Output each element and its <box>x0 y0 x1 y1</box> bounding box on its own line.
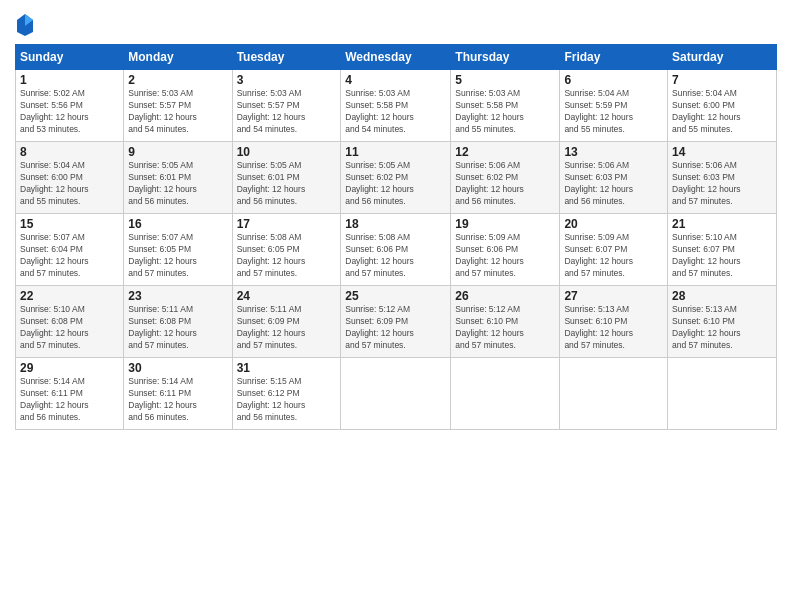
day-info: Sunrise: 5:08 AM Sunset: 6:06 PM Dayligh… <box>345 232 446 280</box>
calendar-cell: 4Sunrise: 5:03 AM Sunset: 5:58 PM Daylig… <box>341 70 451 142</box>
day-info: Sunrise: 5:05 AM Sunset: 6:01 PM Dayligh… <box>128 160 227 208</box>
day-info: Sunrise: 5:12 AM Sunset: 6:10 PM Dayligh… <box>455 304 555 352</box>
day-number: 2 <box>128 73 227 87</box>
calendar-cell: 1Sunrise: 5:02 AM Sunset: 5:56 PM Daylig… <box>16 70 124 142</box>
day-info: Sunrise: 5:03 AM Sunset: 5:58 PM Dayligh… <box>455 88 555 136</box>
day-info: Sunrise: 5:04 AM Sunset: 6:00 PM Dayligh… <box>672 88 772 136</box>
calendar-week-1: 1Sunrise: 5:02 AM Sunset: 5:56 PM Daylig… <box>16 70 777 142</box>
day-number: 11 <box>345 145 446 159</box>
day-number: 21 <box>672 217 772 231</box>
day-info: Sunrise: 5:10 AM Sunset: 6:07 PM Dayligh… <box>672 232 772 280</box>
day-info: Sunrise: 5:03 AM Sunset: 5:57 PM Dayligh… <box>128 88 227 136</box>
day-number: 22 <box>20 289 119 303</box>
calendar-cell: 27Sunrise: 5:13 AM Sunset: 6:10 PM Dayli… <box>560 286 668 358</box>
day-info: Sunrise: 5:02 AM Sunset: 5:56 PM Dayligh… <box>20 88 119 136</box>
calendar-cell: 31Sunrise: 5:15 AM Sunset: 6:12 PM Dayli… <box>232 358 341 430</box>
calendar-cell: 19Sunrise: 5:09 AM Sunset: 6:06 PM Dayli… <box>451 214 560 286</box>
day-info: Sunrise: 5:13 AM Sunset: 6:10 PM Dayligh… <box>564 304 663 352</box>
calendar-cell: 23Sunrise: 5:11 AM Sunset: 6:08 PM Dayli… <box>124 286 232 358</box>
calendar-week-2: 8Sunrise: 5:04 AM Sunset: 6:00 PM Daylig… <box>16 142 777 214</box>
day-info: Sunrise: 5:07 AM Sunset: 6:04 PM Dayligh… <box>20 232 119 280</box>
calendar-cell: 7Sunrise: 5:04 AM Sunset: 6:00 PM Daylig… <box>668 70 777 142</box>
day-info: Sunrise: 5:05 AM Sunset: 6:02 PM Dayligh… <box>345 160 446 208</box>
day-number: 4 <box>345 73 446 87</box>
day-info: Sunrise: 5:09 AM Sunset: 6:07 PM Dayligh… <box>564 232 663 280</box>
calendar-header-row: SundayMondayTuesdayWednesdayThursdayFrid… <box>16 45 777 70</box>
day-info: Sunrise: 5:13 AM Sunset: 6:10 PM Dayligh… <box>672 304 772 352</box>
calendar-cell: 17Sunrise: 5:08 AM Sunset: 6:05 PM Dayli… <box>232 214 341 286</box>
calendar-cell: 26Sunrise: 5:12 AM Sunset: 6:10 PM Dayli… <box>451 286 560 358</box>
calendar-week-5: 29Sunrise: 5:14 AM Sunset: 6:11 PM Dayli… <box>16 358 777 430</box>
day-number: 24 <box>237 289 337 303</box>
day-info: Sunrise: 5:07 AM Sunset: 6:05 PM Dayligh… <box>128 232 227 280</box>
page: SundayMondayTuesdayWednesdayThursdayFrid… <box>0 0 792 612</box>
day-number: 9 <box>128 145 227 159</box>
day-number: 3 <box>237 73 337 87</box>
calendar: SundayMondayTuesdayWednesdayThursdayFrid… <box>15 44 777 430</box>
calendar-header-friday: Friday <box>560 45 668 70</box>
calendar-cell: 5Sunrise: 5:03 AM Sunset: 5:58 PM Daylig… <box>451 70 560 142</box>
day-number: 20 <box>564 217 663 231</box>
calendar-cell: 21Sunrise: 5:10 AM Sunset: 6:07 PM Dayli… <box>668 214 777 286</box>
day-number: 5 <box>455 73 555 87</box>
day-number: 25 <box>345 289 446 303</box>
day-number: 31 <box>237 361 337 375</box>
day-number: 12 <box>455 145 555 159</box>
day-number: 15 <box>20 217 119 231</box>
calendar-cell <box>451 358 560 430</box>
day-number: 17 <box>237 217 337 231</box>
day-info: Sunrise: 5:10 AM Sunset: 6:08 PM Dayligh… <box>20 304 119 352</box>
calendar-cell: 14Sunrise: 5:06 AM Sunset: 6:03 PM Dayli… <box>668 142 777 214</box>
day-info: Sunrise: 5:14 AM Sunset: 6:11 PM Dayligh… <box>128 376 227 424</box>
day-info: Sunrise: 5:06 AM Sunset: 6:03 PM Dayligh… <box>564 160 663 208</box>
day-number: 27 <box>564 289 663 303</box>
calendar-header-sunday: Sunday <box>16 45 124 70</box>
day-number: 18 <box>345 217 446 231</box>
day-info: Sunrise: 5:06 AM Sunset: 6:02 PM Dayligh… <box>455 160 555 208</box>
calendar-cell: 9Sunrise: 5:05 AM Sunset: 6:01 PM Daylig… <box>124 142 232 214</box>
day-info: Sunrise: 5:06 AM Sunset: 6:03 PM Dayligh… <box>672 160 772 208</box>
calendar-cell: 20Sunrise: 5:09 AM Sunset: 6:07 PM Dayli… <box>560 214 668 286</box>
day-info: Sunrise: 5:12 AM Sunset: 6:09 PM Dayligh… <box>345 304 446 352</box>
calendar-cell: 12Sunrise: 5:06 AM Sunset: 6:02 PM Dayli… <box>451 142 560 214</box>
calendar-cell: 11Sunrise: 5:05 AM Sunset: 6:02 PM Dayli… <box>341 142 451 214</box>
calendar-cell: 29Sunrise: 5:14 AM Sunset: 6:11 PM Dayli… <box>16 358 124 430</box>
day-number: 14 <box>672 145 772 159</box>
calendar-cell: 18Sunrise: 5:08 AM Sunset: 6:06 PM Dayli… <box>341 214 451 286</box>
calendar-week-4: 22Sunrise: 5:10 AM Sunset: 6:08 PM Dayli… <box>16 286 777 358</box>
day-info: Sunrise: 5:05 AM Sunset: 6:01 PM Dayligh… <box>237 160 337 208</box>
day-number: 6 <box>564 73 663 87</box>
day-info: Sunrise: 5:04 AM Sunset: 5:59 PM Dayligh… <box>564 88 663 136</box>
day-info: Sunrise: 5:03 AM Sunset: 5:57 PM Dayligh… <box>237 88 337 136</box>
day-info: Sunrise: 5:11 AM Sunset: 6:08 PM Dayligh… <box>128 304 227 352</box>
calendar-cell: 13Sunrise: 5:06 AM Sunset: 6:03 PM Dayli… <box>560 142 668 214</box>
day-info: Sunrise: 5:14 AM Sunset: 6:11 PM Dayligh… <box>20 376 119 424</box>
header <box>15 10 777 36</box>
calendar-cell: 16Sunrise: 5:07 AM Sunset: 6:05 PM Dayli… <box>124 214 232 286</box>
calendar-cell <box>560 358 668 430</box>
day-number: 13 <box>564 145 663 159</box>
day-info: Sunrise: 5:09 AM Sunset: 6:06 PM Dayligh… <box>455 232 555 280</box>
day-number: 10 <box>237 145 337 159</box>
calendar-cell <box>668 358 777 430</box>
day-number: 7 <box>672 73 772 87</box>
calendar-cell: 6Sunrise: 5:04 AM Sunset: 5:59 PM Daylig… <box>560 70 668 142</box>
day-info: Sunrise: 5:03 AM Sunset: 5:58 PM Dayligh… <box>345 88 446 136</box>
calendar-cell: 2Sunrise: 5:03 AM Sunset: 5:57 PM Daylig… <box>124 70 232 142</box>
calendar-cell: 24Sunrise: 5:11 AM Sunset: 6:09 PM Dayli… <box>232 286 341 358</box>
calendar-cell: 15Sunrise: 5:07 AM Sunset: 6:04 PM Dayli… <box>16 214 124 286</box>
day-number: 16 <box>128 217 227 231</box>
calendar-header-tuesday: Tuesday <box>232 45 341 70</box>
calendar-cell: 3Sunrise: 5:03 AM Sunset: 5:57 PM Daylig… <box>232 70 341 142</box>
calendar-cell: 28Sunrise: 5:13 AM Sunset: 6:10 PM Dayli… <box>668 286 777 358</box>
calendar-header-thursday: Thursday <box>451 45 560 70</box>
day-number: 8 <box>20 145 119 159</box>
day-number: 28 <box>672 289 772 303</box>
day-number: 26 <box>455 289 555 303</box>
day-number: 29 <box>20 361 119 375</box>
calendar-cell <box>341 358 451 430</box>
calendar-cell: 30Sunrise: 5:14 AM Sunset: 6:11 PM Dayli… <box>124 358 232 430</box>
day-info: Sunrise: 5:08 AM Sunset: 6:05 PM Dayligh… <box>237 232 337 280</box>
day-info: Sunrise: 5:11 AM Sunset: 6:09 PM Dayligh… <box>237 304 337 352</box>
logo <box>15 10 37 36</box>
